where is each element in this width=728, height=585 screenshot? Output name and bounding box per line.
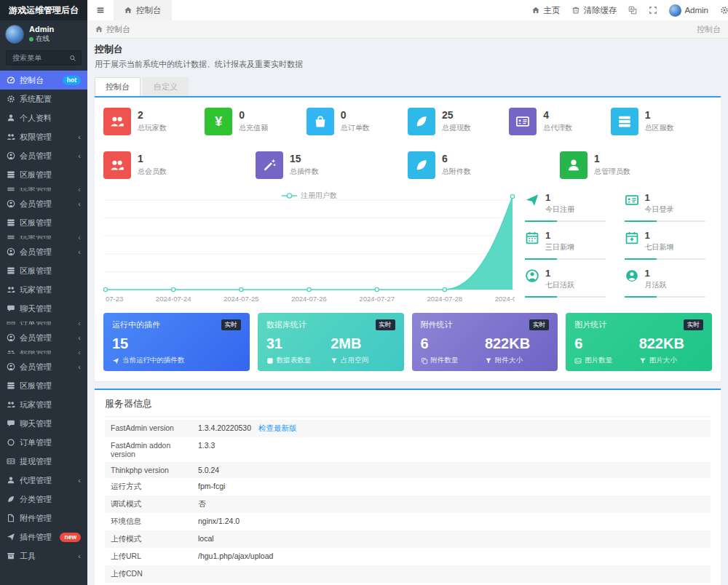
user-menu[interactable]: Admin — [669, 4, 708, 17]
sidebar-item-6[interactable]: 玩家管理‹ — [0, 184, 87, 194]
mini-stat: 1月活跃 — [625, 268, 711, 298]
svg-text:07-23: 07-23 — [106, 295, 123, 303]
home-link[interactable]: 主页 — [531, 5, 560, 16]
sidebar-item-label: 附件管理 — [20, 513, 52, 524]
sidebar-item-label: 控制台 — [20, 75, 44, 86]
clear-cache-button[interactable]: 清除缓存 — [571, 5, 617, 16]
sidebar-item-9[interactable]: 玩家管理‹ — [0, 232, 87, 242]
stat-card: 1总管理员数 — [560, 151, 712, 179]
check-latest-link[interactable]: 检查最新版 — [258, 423, 297, 434]
language-icon — [628, 6, 637, 15]
sidebar-item-8[interactable]: 区服管理 — [0, 213, 87, 232]
clone-icon — [421, 357, 428, 365]
app-title: 游戏运维管理后台 — [0, 0, 87, 20]
dashboard-panel: 2总玩家数¥0总充值额0总订单数25总提现数4总代理数1总区服数 1总会员数15… — [95, 96, 721, 381]
server-info-value: 1.3.3 — [198, 441, 215, 450]
sidebar-user-panel[interactable]: Admin 在线 — [0, 20, 87, 47]
stat-value: 25 — [442, 110, 471, 121]
chart-legend[interactable]: 注册用户数 — [281, 191, 337, 201]
sidebar-item-27[interactable]: 工具‹ — [0, 546, 87, 565]
sidebar-item-7[interactable]: 会员管理‹ — [0, 194, 87, 213]
sidebar-item-4[interactable]: 会员管理‹ — [0, 146, 87, 165]
stat-card: 1总会员数 — [103, 151, 256, 179]
tab-custom[interactable]: 自定义 — [143, 77, 189, 96]
mini-text: 1月活跃 — [645, 268, 667, 290]
sidebar-item-16[interactable]: 权限管理‹ — [0, 347, 87, 357]
server-info-label: 环境信息 — [111, 517, 198, 527]
home-icon — [95, 25, 103, 33]
chart-row: 注册用户数 07-232024-07-242024-07-252024-07-2… — [103, 191, 712, 306]
sidebar-item-25[interactable]: 附件管理 — [0, 509, 87, 528]
sidebar-item-22[interactable]: 提现管理 — [0, 452, 87, 471]
server-info-label: 上传模式 — [111, 534, 198, 544]
stat-card: ¥0总充值额 — [205, 108, 306, 135]
chevron-left-icon: ‹ — [78, 334, 81, 342]
stat-icon-box — [306, 108, 334, 135]
sidebar-item-24[interactable]: 分类管理 — [0, 490, 87, 509]
sidebar-item-20[interactable]: 聊天管理 — [0, 414, 87, 433]
server-icon — [7, 235, 15, 239]
sidebar-toggle-button[interactable] — [87, 0, 114, 20]
sidebar-item-10[interactable]: 会员管理‹ — [0, 242, 87, 261]
sidebar-item-17[interactable]: 会员管理‹ — [0, 357, 87, 376]
page-title: 控制台 — [95, 43, 721, 56]
sidebar-item-12[interactable]: 玩家管理 — [0, 280, 87, 299]
stat-text: 25总提现数 — [442, 110, 471, 133]
sidebar-item-13[interactable]: 聊天管理 — [0, 299, 87, 318]
fullscreen-button[interactable] — [649, 6, 657, 15]
stat-label: 总代理数 — [543, 123, 572, 133]
sidebar-item-26[interactable]: 插件管理new — [0, 528, 87, 546]
sidebar-item-label: 插件管理 — [20, 532, 52, 543]
sidebar-item-3[interactable]: 权限管理‹ — [0, 127, 87, 146]
tab-console[interactable]: 控制台 — [95, 77, 141, 96]
server-info-value: 1.3.4.20220530 — [198, 423, 251, 432]
stat-text: 6总附件数 — [442, 154, 471, 177]
stat-icon-box — [509, 108, 537, 135]
filter-icon — [331, 357, 338, 365]
sidebar-item-label: 区服管理 — [20, 218, 52, 228]
gradient-card-col: 31数据表数量 — [266, 335, 331, 365]
avatar — [669, 4, 681, 17]
mini-value: 1 — [545, 230, 574, 241]
mini-value: 1 — [545, 192, 574, 203]
server-info-label: Thinkphp version — [111, 466, 198, 474]
sidebar-item-label: 工具 — [20, 551, 36, 562]
img-icon — [574, 357, 582, 365]
sidebar-item-19[interactable]: 玩家管理 — [0, 395, 87, 414]
open-tab-console[interactable]: 控制台 — [114, 0, 172, 20]
sidebar-item-21[interactable]: 订单管理 — [0, 433, 87, 452]
legend-label: 注册用户数 — [301, 191, 337, 201]
sidebar-item-0[interactable]: 控制台hot — [0, 71, 87, 89]
gradient-card: 数据库统计实时31数据表数量2MB占用空间 — [258, 313, 404, 371]
stat-value: 0 — [341, 110, 370, 121]
mini-label: 三日新增 — [545, 242, 574, 252]
content-area: 控制台 用于展示当前系统中的统计数据、统计报表及重要实时数据 控制台 自定义 2… — [87, 39, 728, 585]
chevron-left-icon: ‹ — [78, 152, 81, 160]
sidebar-item-11[interactable]: 区服管理 — [0, 261, 87, 280]
svg-text:2024-07-24: 2024-07-24 — [156, 295, 191, 303]
sidebar-item-1[interactable]: 系统配置 — [0, 89, 87, 108]
gauge-icon — [7, 76, 15, 84]
search-icon — [69, 55, 76, 62]
sidebar-item-5[interactable]: 区服管理 — [0, 165, 87, 184]
server-info-row: 上传模式local — [105, 530, 711, 548]
sidebar-item-15[interactable]: 会员管理‹ — [0, 328, 87, 347]
sidebar-item-label: 区服管理 — [20, 170, 52, 180]
gradient-card-footer: 附件大小 — [485, 356, 549, 365]
users-icon — [110, 114, 124, 129]
wand-icon — [262, 158, 277, 172]
server-info-label: FastAdmin version — [111, 423, 198, 432]
sidebar-item-18[interactable]: 区服管理 — [0, 376, 87, 395]
sidebar-item-14[interactable]: 订单管理‹ — [0, 318, 87, 328]
stat-text: 0总订单数 — [341, 110, 370, 133]
language-button[interactable] — [628, 6, 637, 15]
sidebar-item-23[interactable]: 代理管理‹ — [0, 471, 87, 490]
sidebar-item-label: 聊天管理 — [20, 303, 52, 314]
server-info-label: 上传CDN — [111, 569, 198, 579]
stat-value: 6 — [442, 154, 471, 164]
mini-text: 1今日注册 — [545, 192, 574, 215]
home-icon — [531, 6, 540, 15]
settings-button[interactable] — [720, 6, 728, 15]
sidebar-item-2[interactable]: 个人资料 — [0, 108, 87, 127]
gradient-card-footer-label: 占用空间 — [341, 356, 368, 365]
